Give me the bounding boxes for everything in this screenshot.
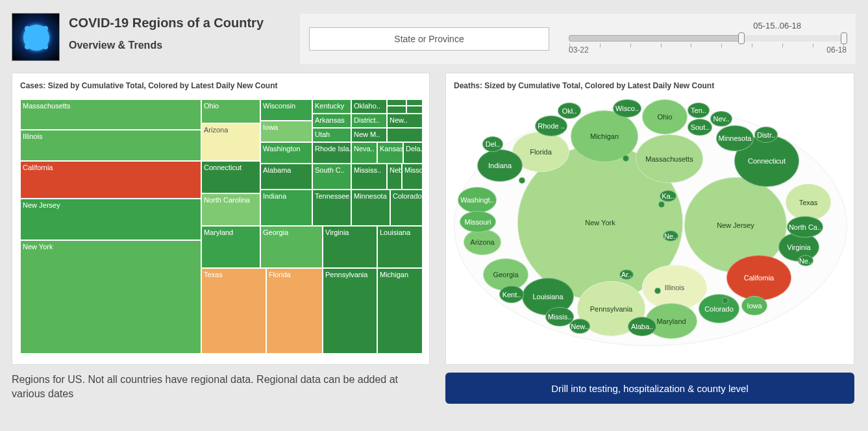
bubble[interactable] [623, 155, 629, 162]
bubble[interactable] [654, 288, 661, 294]
footnote-text: Regions for US. Not all countries have r… [12, 373, 430, 400]
bubble[interactable] [658, 201, 665, 208]
bubble[interactable]: Arizona [464, 229, 501, 255]
deaths-bubble-panel: Deaths: Sized by Cumulative Total, Color… [445, 73, 854, 365]
treemap-cell[interactable]: Iowa [260, 121, 312, 142]
treemap-cell[interactable]: Arizona [201, 123, 260, 161]
treemap-cell[interactable]: Connecticut [201, 161, 260, 193]
treemap-cell[interactable]: Pennsylvania [323, 268, 377, 354]
bubble[interactable]: Colorado [699, 294, 739, 323]
slider-handle-start[interactable] [738, 32, 745, 44]
page-title: COVID-19 Regions of a Country [69, 16, 264, 31]
treemap-cell[interactable]: Oklaho.. [351, 99, 387, 114]
title-block: COVID-19 Regions of a Country Overview &… [69, 13, 264, 51]
bubble[interactable]: Distr.. [754, 127, 778, 143]
date-range-slider[interactable]: 05-15..06-18 03-22 06-18 [569, 23, 847, 55]
bubble[interactable]: Texas [786, 184, 831, 221]
bubble[interactable]: Washingt.. [458, 187, 497, 213]
bubble[interactable] [722, 297, 728, 304]
slider-selected-range [738, 35, 846, 42]
bubble[interactable]: Ka.. [660, 190, 676, 202]
slider-handle-end[interactable] [841, 32, 847, 44]
bubble[interactable]: Massachusetts [636, 134, 703, 183]
treemap-cell[interactable]: Colorado [390, 190, 423, 226]
treemap-cell[interactable]: Georgia [260, 226, 323, 268]
bubble[interactable]: Ten.. [688, 103, 710, 118]
treemap-cell[interactable]: Utah [312, 128, 351, 142]
covid-virus-icon [12, 13, 60, 61]
bubble[interactable]: Ar.. [619, 269, 634, 280]
treemap-cell[interactable]: Mississ.. [351, 164, 387, 190]
bubble[interactable]: Rhode .. [535, 116, 567, 136]
bubble[interactable]: New.. [569, 319, 590, 334]
slider-track[interactable] [569, 35, 847, 42]
treemap-cell[interactable]: North Carolina [201, 193, 260, 226]
bubble[interactable]: Del.. [482, 136, 503, 152]
treemap-cell[interactable]: Massachusetts [20, 99, 201, 130]
treemap-cell[interactable]: Florida [266, 268, 323, 354]
treemap-cell[interactable]: Michigan [377, 268, 423, 354]
treemap-cell[interactable]: New.. [387, 114, 423, 128]
treemap-cell[interactable]: South C.. [312, 164, 351, 190]
treemap-cell[interactable]: Washington [260, 142, 312, 164]
treemap-cell[interactable]: Ohio [201, 99, 260, 123]
treemap-cell[interactable] [406, 106, 423, 114]
treemap-cell[interactable]: Alabama [260, 164, 312, 190]
treemap-cell[interactable]: Rhode Isla.. [312, 142, 351, 164]
treemap-cell[interactable]: New York [20, 240, 201, 354]
treemap-cell[interactable]: Minnesota [351, 190, 390, 226]
bubble[interactable]: Ohio [642, 99, 688, 134]
deaths-bubble-chart[interactable]: New York New Jersey Massachusetts Michig… [454, 99, 847, 354]
bubble[interactable]: Sout.. [688, 119, 712, 136]
bubble[interactable]: Ne.. [663, 230, 678, 241]
treemap-cell[interactable]: Maryland [201, 226, 260, 268]
bubble[interactable]: Indiana [477, 149, 523, 182]
treemap-cell[interactable]: California [20, 161, 201, 199]
bubble[interactable]: Michigan [571, 110, 638, 162]
treemap-cell[interactable]: Arkansas [312, 114, 351, 128]
treemap-cell[interactable]: Texas [201, 268, 266, 354]
treemap-cell[interactable]: New M.. [351, 128, 387, 142]
bubble[interactable]: Ne.. [798, 255, 813, 266]
filter-bar: State or Province 05-15..06-18 03-22 06-… [299, 13, 856, 65]
slider-range-label: 05-15..06-18 [753, 21, 801, 31]
treemap-cell[interactable]: Kentucky [312, 99, 351, 114]
bubble[interactable]: Kent.. [499, 286, 524, 303]
treemap-cell[interactable]: New Jersey [20, 199, 201, 240]
drill-down-button[interactable]: Drill into testing, hospitalization & co… [445, 373, 854, 404]
bubble[interactable] [519, 177, 525, 184]
treemap-cell[interactable]: Virginia [323, 226, 377, 268]
footer-bar: Regions for US. Not all countries have r… [0, 365, 868, 404]
bubble[interactable]: California [726, 255, 791, 301]
treemap-cell[interactable] [387, 99, 406, 106]
bubble[interactable]: Missouri [460, 211, 496, 232]
bubble[interactable]: Nev.. [710, 111, 732, 127]
bubble[interactable]: North Ca.. [787, 216, 823, 238]
cases-treemap[interactable]: Massachusetts Illinois California New Je… [20, 99, 423, 354]
treemap-cell[interactable]: Misso.. [402, 164, 423, 190]
treemap-cell[interactable]: Kansas [377, 142, 403, 164]
treemap-cell[interactable]: Dela.. [403, 142, 423, 164]
treemap-cell[interactable] [387, 106, 406, 114]
bubble[interactable]: Wisco.. [613, 99, 641, 117]
treemap-cell[interactable]: Illinois [20, 130, 201, 161]
treemap-cell[interactable]: Nebr.. [387, 164, 402, 190]
cases-panel-title: Cases: Sized by Cumulative Total, Colore… [20, 81, 421, 90]
header-bar: COVID-19 Regions of a Country Overview &… [0, 0, 868, 73]
treemap-cell[interactable] [387, 128, 423, 142]
bubble[interactable]: Alaba.. [628, 317, 656, 336]
bubble[interactable]: Okl.. [558, 103, 581, 119]
cases-treemap-panel: Cases: Sized by Cumulative Total, Colore… [12, 73, 430, 365]
bubble[interactable]: Iowa [741, 296, 767, 315]
treemap-cell[interactable]: Tennessee [312, 190, 351, 226]
treemap-cell[interactable]: Louisiana [377, 226, 423, 268]
treemap-cell[interactable] [406, 99, 423, 106]
treemap-cell[interactable]: Neva.. [351, 142, 377, 164]
deaths-panel-title: Deaths: Sized by Cumulative Total, Color… [454, 81, 846, 90]
treemap-cell[interactable]: Indiana [260, 190, 312, 226]
state-province-dropdown[interactable]: State or Province [309, 27, 549, 51]
page-subtitle: Overview & Trends [69, 40, 264, 51]
treemap-cell[interactable]: Wisconsin [260, 99, 312, 121]
bubble[interactable]: Minnesota [716, 125, 754, 151]
treemap-cell[interactable]: District.. [351, 114, 387, 128]
